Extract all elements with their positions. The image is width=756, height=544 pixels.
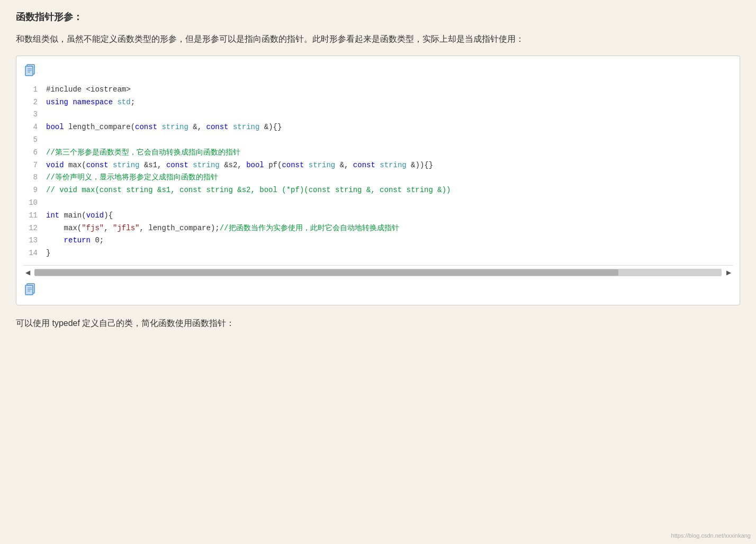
code-line: 13 return 0; [23,234,733,247]
copy-icon-top[interactable] [23,62,38,79]
code-line: 8 //等价声明义，显示地将形参定义成指向函数的指针 [23,171,733,184]
code-line: 1 #include <iostream> [23,84,733,96]
code-line: 12 max("fjs", "jfls", length_compare);//… [23,222,733,235]
svg-rect-1 [25,66,33,76]
code-line: 7 void max(const string &s1, const strin… [23,159,733,172]
code-line: 3 [23,108,733,121]
code-line: 11 int main(void){ [23,210,733,222]
code-block-container: 1 #include <iostream> 2 using namespace … [16,56,740,305]
bottom-text: 可以使用 typedef 定义自己的类，简化函数使用函数指针： [16,316,740,331]
watermark: https://blog.csdn.net/xxxinkang [671,532,751,539]
copy-icon-bottom[interactable] [23,282,38,298]
scrollbar-area: ◀ ▶ [23,265,733,277]
code-line: 9 // void max(const string &s1, const st… [23,184,733,197]
scroll-track[interactable] [34,269,722,276]
code-line: 4 bool length_compare(const string &, co… [23,121,733,134]
code-line: 5 [23,134,733,147]
scroll-right-arrow[interactable]: ▶ [724,268,733,277]
scroll-left-arrow[interactable]: ◀ [23,268,32,277]
code-area: 1 #include <iostream> 2 using namespace … [23,84,733,262]
section-description: 和数组类似，虽然不能定义函数类型的形参，但是形参可以是指向函数的指针。此时形参看… [16,32,740,47]
bottom-section: 可以使用 typedef 定义自己的类，简化函数使用函数指针： [16,316,740,331]
code-line: 10 [23,197,733,210]
code-line: 14 } [23,247,733,260]
code-line: 2 using namespace std; [23,96,733,109]
scroll-thumb [34,269,618,276]
svg-rect-6 [25,285,33,295]
code-line: 6 //第三个形参是函数类型，它会自动转换成指向函数的指针 [23,147,733,159]
section-title: 函数指针形参： [16,11,740,23]
page-wrapper: 函数指针形参： 和数组类似，虽然不能定义函数类型的形参，但是形参可以是指向函数的… [16,11,740,331]
